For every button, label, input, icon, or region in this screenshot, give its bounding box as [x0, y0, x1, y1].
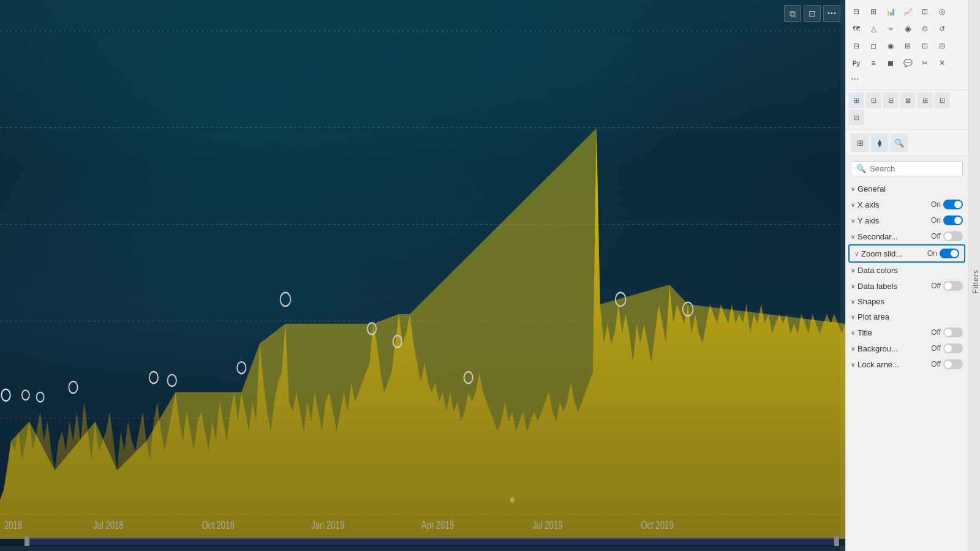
section-left: ∨ Data colors: [851, 266, 898, 275]
section-general[interactable]: ∨ General: [846, 181, 968, 197]
format-shadow-icon[interactable]: ⊠: [900, 92, 916, 108]
title-toggle[interactable]: [943, 328, 963, 337]
yaxis-toggle[interactable]: [943, 216, 963, 225]
bg-toggle[interactable]: [943, 343, 963, 353]
section-left: ∨ Shapes: [851, 297, 884, 306]
zoom-fill: [24, 538, 839, 545]
viz-clustered-bar[interactable]: ⊞: [865, 4, 881, 20]
section-yaxis[interactable]: ∨ Y axis On: [846, 212, 968, 228]
tab-analytics-icon[interactable]: 🔍: [890, 133, 908, 152]
section-data-colors[interactable]: ∨ Data colors: [846, 263, 968, 278]
chevron-icon: ∨: [851, 298, 855, 305]
section-left: ∨ Data labels: [851, 282, 897, 291]
viz-slicer[interactable]: ◉: [883, 38, 899, 54]
section-secondary[interactable]: ∨ Secondar... Off: [846, 228, 968, 244]
xaxis-toggle[interactable]: [943, 200, 963, 209]
section-xaxis[interactable]: ∨ X axis On: [846, 197, 968, 212]
chart-area-highlight: [0, 129, 845, 539]
viz-waterfall[interactable]: ≈: [883, 21, 899, 37]
viz-area[interactable]: 📈: [900, 4, 916, 20]
toggle-label: Off: [931, 328, 941, 337]
x-label: Jul 2019: [532, 519, 563, 531]
secondary-toggle[interactable]: [943, 231, 963, 241]
format-color-icon[interactable]: ⊞: [848, 92, 864, 108]
section-background[interactable]: ∨ Backgrou... Off: [846, 340, 968, 356]
chevron-icon: ∨: [851, 186, 855, 192]
tab-format-icon[interactable]: ⧫: [870, 133, 889, 152]
toggle-knob: [944, 282, 952, 290]
resize-handle-bottom[interactable]: [0, 546, 845, 551]
more-button[interactable]: ···: [823, 5, 840, 22]
viz-pie[interactable]: ◎: [934, 4, 950, 20]
format-options-list: ∨ General ∨ X axis On ∨ Y axis: [846, 179, 968, 375]
viz-grid[interactable]: ⊞: [900, 38, 916, 54]
more-viz-button[interactable]: ···: [848, 72, 965, 86]
viz-shape[interactable]: ◼: [883, 55, 899, 71]
chart-container: ⧉ ⊡ ···: [0, 0, 845, 551]
data-point: [149, 372, 158, 383]
filter-button[interactable]: ⧉: [784, 5, 801, 22]
section-left: ∨ Lock arne...: [851, 360, 899, 369]
section-zoom-slider[interactable]: ∨ Zoom slid... On: [848, 244, 965, 263]
viz-map[interactable]: 🗺: [848, 21, 864, 37]
viz-funnel[interactable]: △: [865, 21, 881, 37]
toggle-knob: [944, 233, 952, 240]
format-fill-icon[interactable]: ⊟: [883, 92, 899, 108]
section-plot-area[interactable]: ∨ Plot area: [846, 309, 968, 324]
viz-line[interactable]: 📊: [883, 4, 899, 20]
viz-text-box[interactable]: 💬: [900, 55, 916, 71]
chart-svg: 2018 Jul 2018 Oct 2018 Jan 2019 Apr 2019…: [0, 31, 845, 539]
toggle-knob: [944, 329, 952, 336]
x-label: 2018: [4, 519, 22, 531]
filters-label[interactable]: Filters: [971, 269, 980, 294]
viz-gauge[interactable]: ◉: [900, 21, 916, 37]
search-bar[interactable]: 🔍: [851, 161, 963, 176]
tab-table-icon[interactable]: ⊞: [851, 133, 869, 152]
filters-sidebar[interactable]: Filters: [968, 0, 980, 551]
format-bg-icon[interactable]: ⊡: [934, 92, 950, 108]
section-toggle: On: [931, 200, 963, 209]
section-title[interactable]: ∨ Title Off: [846, 324, 968, 340]
viz-multi-row[interactable]: ⊡: [917, 38, 933, 54]
section-data-labels[interactable]: ∨ Data labels Off: [846, 278, 968, 294]
labels-toggle[interactable]: [943, 281, 963, 291]
viz-qna[interactable]: ✂: [917, 55, 933, 71]
format-text-icon[interactable]: ⊞: [917, 92, 933, 108]
section-label: General: [858, 184, 886, 193]
viz-custom[interactable]: ⊟: [934, 38, 950, 54]
zoom-slider-header[interactable]: ∨ Zoom slid... On: [850, 246, 964, 261]
zoom-handle-right[interactable]: [834, 536, 839, 546]
viz-matrix[interactable]: ◻: [865, 38, 881, 54]
cursor-position: [510, 497, 514, 503]
viz-stacked-bar[interactable]: ⊟: [848, 4, 864, 20]
section-label: Secondar...: [858, 232, 898, 241]
format-row-1: ⊞ ⊡ ⊟ ⊠ ⊞ ⊡: [848, 92, 965, 108]
data-point: [237, 362, 246, 373]
x-label: Jan 2019: [311, 519, 344, 531]
resize-handle-right[interactable]: [840, 0, 845, 551]
section-label: Data colors: [858, 266, 898, 275]
format-border-icon[interactable]: ⊡: [865, 92, 881, 108]
section-shapes[interactable]: ∨ Shapes: [846, 294, 968, 309]
search-icon: 🔍: [856, 164, 866, 173]
viz-decomp[interactable]: ✕: [934, 55, 950, 71]
section-left: ∨ Backgrou...: [851, 344, 898, 353]
section-lock-aspect[interactable]: ∨ Lock arne... Off: [846, 356, 968, 372]
viz-kpi[interactable]: ⊙: [917, 21, 933, 37]
lock-toggle[interactable]: [943, 359, 963, 369]
viz-table[interactable]: ⊟: [848, 38, 864, 54]
viz-card[interactable]: ↺: [934, 21, 950, 37]
format-extra-icon[interactable]: ⊟: [848, 110, 864, 126]
toggle-knob: [954, 201, 962, 208]
viz-python[interactable]: Py: [848, 55, 864, 71]
viz-list[interactable]: ≡: [865, 55, 881, 71]
zoom-handle-left[interactable]: [24, 536, 29, 546]
focus-button[interactable]: ⊡: [804, 5, 821, 22]
section-toggle: On: [927, 249, 959, 258]
zoom-scrollbar[interactable]: [24, 538, 839, 545]
toggle-label: On: [931, 200, 941, 209]
viz-scatter[interactable]: ⊡: [917, 4, 933, 20]
zoom-toggle[interactable]: [940, 249, 959, 258]
section-toggle: On: [931, 216, 963, 225]
search-input[interactable]: [870, 164, 957, 173]
